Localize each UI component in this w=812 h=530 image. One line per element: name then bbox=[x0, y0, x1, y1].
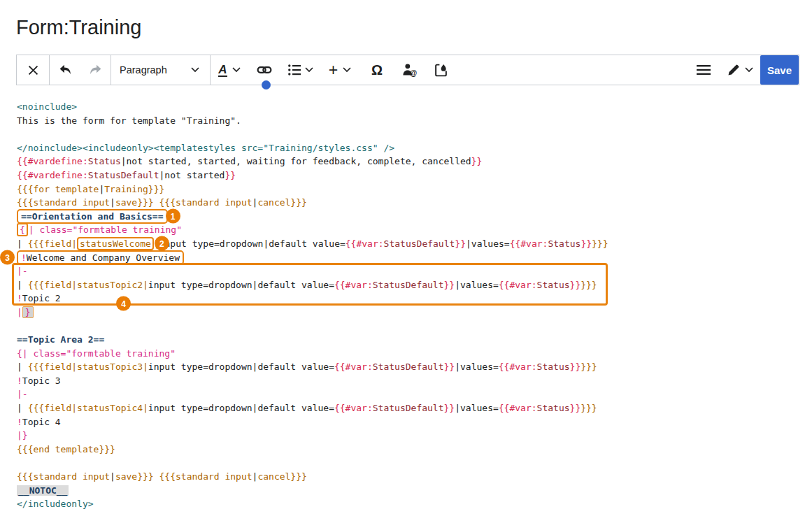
code-token: {{{standard input bbox=[17, 471, 110, 482]
text-style-icon: A bbox=[218, 64, 227, 77]
code-token: {{{standard input bbox=[159, 471, 252, 482]
code-token: StatusDefault bbox=[88, 170, 159, 180]
page-options-button[interactable] bbox=[688, 55, 720, 85]
code-line[interactable] bbox=[0, 127, 812, 141]
code-line[interactable]: |} bbox=[0, 306, 812, 320]
code-token: {{#var: bbox=[499, 361, 537, 372]
code-line[interactable]: {{#vardefine:StatusDefault|not started}} bbox=[0, 169, 812, 182]
code-token: save}}} bbox=[115, 471, 154, 482]
code-token: }} bbox=[455, 238, 466, 249]
code-token: StatusDefault bbox=[373, 280, 444, 290]
mention-person-icon: @ bbox=[401, 62, 417, 78]
chevron-down-icon bbox=[232, 67, 241, 73]
list-dropdown[interactable] bbox=[280, 55, 320, 85]
code-line[interactable]: !Topic 3 bbox=[0, 374, 812, 388]
text-style-dropdown[interactable]: A bbox=[211, 55, 248, 85]
code-line[interactable]: !Welcome and Company Overview3 bbox=[0, 251, 812, 265]
code-token: {{#var: bbox=[510, 238, 548, 249]
paragraph-format-label: Paragraph bbox=[120, 64, 167, 76]
code-line[interactable]: ==Topic Area 2== bbox=[0, 333, 812, 347]
callout-box-1: ==Orientation and Basics==1 bbox=[17, 209, 168, 224]
code-line[interactable]: {{{for template|Training}}} bbox=[0, 182, 812, 196]
menu-icon bbox=[697, 64, 711, 76]
editor-content[interactable]: 4 <noinclude>This is the form for templa… bbox=[0, 100, 812, 511]
callout-badge-1: 1 bbox=[166, 209, 180, 224]
callout-box-2: statusWelcome2 bbox=[77, 237, 154, 250]
redo-button[interactable] bbox=[80, 55, 111, 85]
code-line[interactable]: </includeonly> bbox=[0, 497, 812, 511]
code-token: ! bbox=[21, 252, 27, 263]
code-line[interactable]: {{{end template}}} bbox=[0, 443, 812, 457]
code-token: Status bbox=[88, 156, 121, 166]
code-token: }} bbox=[570, 361, 581, 372]
insert-dropdown[interactable]: + bbox=[320, 55, 360, 85]
code-line[interactable]: |- bbox=[0, 387, 812, 401]
code-line[interactable]: <noinclude> bbox=[0, 100, 812, 114]
close-button[interactable] bbox=[17, 55, 49, 85]
code-token: ! bbox=[17, 293, 22, 303]
code-line[interactable]: | {{{field|statusTopic4|input type=dropd… bbox=[0, 401, 812, 415]
undo-button[interactable] bbox=[50, 55, 80, 85]
code-line[interactable]: !Topic 2 bbox=[0, 292, 812, 306]
paragraph-format-dropdown[interactable]: Paragraph bbox=[111, 55, 210, 85]
code-line[interactable]: {{{standard input|save}}} {{{standard in… bbox=[0, 196, 812, 210]
code-token: }} bbox=[570, 403, 581, 413]
code-token: ! bbox=[17, 375, 22, 386]
code-token: | bbox=[17, 307, 22, 317]
code-line[interactable]: ==Orientation and Basics==1 bbox=[0, 210, 812, 224]
code-token: | bbox=[17, 361, 28, 372]
code-line[interactable]: | {{{field|statusTopic2|input type=dropd… bbox=[0, 278, 812, 292]
edit-mode-dropdown[interactable] bbox=[720, 55, 760, 85]
code-token: }} bbox=[225, 170, 236, 180]
code-token: StatusDefault bbox=[373, 361, 444, 372]
droplet-page-button[interactable] bbox=[425, 55, 457, 85]
code-token: | bbox=[17, 280, 28, 290]
code-line[interactable]: {{#vardefine:Status|not started, started… bbox=[0, 155, 812, 169]
code-token: {{#vardefine: bbox=[17, 156, 88, 166]
code-line[interactable]: {| class="formtable training" bbox=[0, 223, 812, 237]
code-line[interactable]: __NOTOC__ bbox=[0, 484, 812, 498]
mention-button[interactable]: @ bbox=[394, 55, 425, 85]
code-token: }} bbox=[580, 238, 592, 249]
notification-dot[interactable] bbox=[262, 80, 271, 89]
code-token: |- bbox=[17, 266, 28, 276]
code-token: | bbox=[110, 197, 115, 208]
code-token bbox=[154, 197, 159, 208]
code-token: __NOTOC__ bbox=[17, 485, 69, 496]
code-token: }}} bbox=[580, 280, 597, 290]
code-token: {{#var: bbox=[499, 403, 537, 413]
code-token: }} bbox=[570, 280, 581, 290]
code-token: }}} bbox=[580, 403, 597, 413]
code-line[interactable] bbox=[0, 456, 812, 470]
code-line[interactable]: {{{standard input|save}}} {{{standard in… bbox=[0, 470, 812, 484]
code-line[interactable] bbox=[0, 320, 812, 334]
code-token: save}}} bbox=[115, 197, 154, 208]
code-token: ! bbox=[17, 417, 22, 427]
code-line[interactable]: {| class="formtable training" bbox=[0, 347, 812, 361]
omega-icon: Ω bbox=[371, 62, 383, 78]
code-line[interactable]: !Topic 4 bbox=[0, 415, 812, 429]
code-token: {{{field| bbox=[28, 238, 77, 249]
callout-box-3: !Welcome and Company Overview3 bbox=[17, 250, 184, 265]
code-token: {{{field| bbox=[28, 403, 77, 413]
code-token: |values= bbox=[455, 403, 499, 413]
code-line[interactable]: | {{{field|statusWelcome2|input type=dro… bbox=[0, 237, 812, 251]
code-line[interactable]: |- bbox=[0, 264, 812, 278]
code-token: {{#var: bbox=[499, 280, 537, 290]
code-token: }} bbox=[444, 403, 455, 413]
special-character-button[interactable]: Ω bbox=[360, 55, 394, 85]
code-token: statusTopic2 bbox=[77, 280, 143, 290]
code-line[interactable]: This is the form for template "Training"… bbox=[0, 114, 812, 128]
code-token: | bbox=[143, 403, 148, 413]
code-line[interactable]: |} bbox=[0, 429, 812, 443]
code-token: } bbox=[22, 306, 34, 318]
code-token: {{{standard input bbox=[17, 197, 110, 208]
code-token: {{#var: bbox=[334, 403, 373, 413]
save-button[interactable]: Save bbox=[760, 55, 799, 85]
code-token: Status bbox=[548, 238, 580, 249]
link-icon bbox=[257, 62, 272, 78]
code-token: cancel}}} bbox=[257, 197, 306, 208]
code-line[interactable]: </noinclude><includeonly><templatestyles… bbox=[0, 141, 812, 155]
code-line[interactable]: | {{{field|statusTopic3|input type=dropd… bbox=[0, 360, 812, 374]
code-token: input type=dropdown|default value= bbox=[148, 280, 334, 290]
